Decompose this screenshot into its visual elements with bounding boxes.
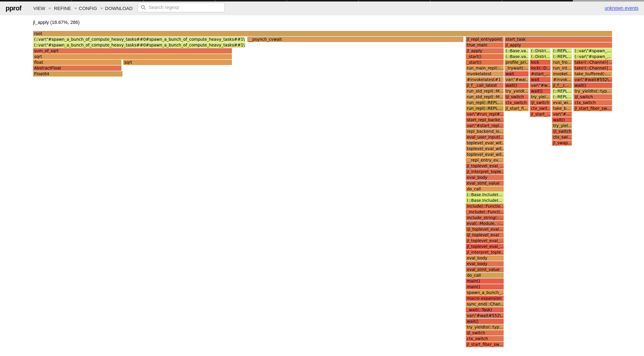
flame-box[interactable]: run_fro... [552,60,572,65]
flame-box[interactable]: (::var\"#spawn_... [574,54,612,59]
flame-box[interactable]: (::Distri... [530,48,550,54]
flame-box[interactable]: repl_backend_lo... [466,129,504,134]
flame-box[interactable]: (::Base.va... [504,54,528,59]
flame-box[interactable]: root [33,31,612,36]
flame-box[interactable]: sum_of_sqrt [33,48,232,54]
flame-box[interactable]: _trywait(:... [504,66,528,71]
flame-box[interactable]: take_buffered(::... [574,71,612,77]
flame-box[interactable]: ctx_swi... [552,135,572,140]
flame-box[interactable]: wait() [530,89,550,94]
flame-box[interactable]: ctx_switch [504,100,528,105]
flame-box[interactable]: jl_apply [504,43,612,48]
flame-box[interactable]: float [33,60,122,65]
flame-box[interactable]: eval_body [466,175,504,180]
flame-box[interactable]: try_yieldto(::typ... [466,324,504,330]
flame-box[interactable]: __repl_entry_ev... [466,158,504,163]
flame-box[interactable]: try_yieldt... [504,89,528,94]
flame-box[interactable]: eval_wi... [552,100,572,105]
flame-box[interactable]: jl_f__call_latest [466,83,504,88]
flame-box[interactable]: _start() [466,54,504,59]
flame-box[interactable]: sqrt [33,54,232,59]
flame-box[interactable]: (::Base.IncludeI... [466,198,504,203]
flame-box[interactable]: run_std_repl(::M... [466,94,504,100]
flame-box[interactable]: ijl_switch [504,94,528,100]
flame-box[interactable]: eval_user_input(... [466,135,504,140]
flame-box[interactable]: jl_toplevel_eval_... [466,163,504,169]
flame-box[interactable]: try_yiel... [552,123,572,128]
flame-box[interactable]: sqrt [123,60,232,65]
flame-box[interactable]: _include(::Functi... [466,209,504,215]
flame-box[interactable]: jl_toplevel_eval_... [466,238,504,243]
flame-box[interactable]: eval_stmt_value [466,181,504,186]
flame-box[interactable]: Float64 [33,71,122,77]
flame-box[interactable]: ijl_switch [574,94,612,100]
flame-box[interactable]: #start_... [530,71,550,77]
flame-box[interactable]: AbstractFloat [33,66,122,71]
flame-box[interactable]: toplevel_eval_wit... [466,146,504,151]
flame-box[interactable]: ctx_switch [574,100,612,105]
flame-box[interactable]: start_repl_backe... [466,117,504,123]
flame-box[interactable]: eval_stmt_value [466,267,504,272]
flame-box[interactable]: eval_body [466,261,504,266]
flame-box[interactable]: take!(::Channel{... [574,66,612,71]
flame-box[interactable]: main() [466,278,504,284]
flame-box[interactable]: try_yiel... [530,94,550,100]
flame-box[interactable]: var\"#wait#552\... [466,313,504,318]
flame-box[interactable]: wait [504,71,528,77]
flame-box[interactable]: _wait(::Task) [466,307,504,312]
flame-box[interactable]: var\"#run_repl#... [466,112,504,117]
flame-box[interactable]: #invok... [552,77,572,82]
flame-box[interactable]: jl_repl_entrypoint [466,37,504,42]
flame-box[interactable]: jl_f__c... [552,83,572,88]
flame-box[interactable]: try_yieldto(::typ... [574,89,612,94]
flame-box[interactable]: run_main_repl(::... [466,66,504,71]
flame-box[interactable]: spawn_a_bunch_... [466,290,504,295]
flame-box[interactable]: wait() [466,319,504,324]
flame-box[interactable]: ctx_switch [466,336,504,341]
flame-box[interactable]: toplevel_eval_wit... [466,140,504,146]
flame-box[interactable]: include(::Functio... [466,204,504,209]
flame-box[interactable]: (::REPL... [552,54,572,59]
flame-box[interactable]: take_b... [552,106,572,111]
flame-box[interactable]: jl_start_... [530,112,550,117]
flame-box[interactable]: main() [466,284,504,289]
flame-box[interactable]: toplevel_eval_wit... [466,152,504,157]
flame-box[interactable]: wait() [504,83,528,88]
flame-box[interactable]: (::REPL... [552,94,572,100]
flame-box[interactable]: run_std_repl(::M... [466,89,504,94]
flame-box[interactable]: true_main [466,43,504,48]
flame-box[interactable]: profile_pri... [504,60,528,65]
flame-box[interactable]: #invokelatest#1 [466,77,504,82]
flame-box[interactable]: macro expansion [466,296,504,301]
flame-box[interactable]: jl_start_fi... [504,106,528,111]
flame-box[interactable]: var\"#w... [530,83,550,88]
flame-box[interactable]: sync_end(::Chan... [466,301,504,307]
flame-box[interactable]: jl_start_fiber_sw... [574,106,612,111]
flame-box[interactable]: jl_interpret_tople... [466,169,504,174]
flame-box[interactable]: var\"#... [552,112,572,117]
flame-box[interactable]: (::REPL... [552,89,572,94]
flame-box[interactable]: lock [530,60,550,65]
flame-box[interactable]: var\"#start_repl... [466,123,504,128]
flame-box[interactable]: ijl_switch [466,330,504,335]
flame-box[interactable]: ijl_toplevel_eval [466,232,504,238]
flame-box[interactable]: invokel... [552,71,572,77]
flame-box[interactable]: jl_toplevel_eval_... [466,244,504,249]
flame-box[interactable]: start_task [504,37,612,42]
flame-box[interactable]: ijl_switch [552,129,572,134]
flame-box[interactable]: ijl_switch [530,100,550,105]
flame-box[interactable]: run_repl(::REPL.... [466,106,504,111]
flame-box[interactable]: wait [530,77,550,82]
flame-box[interactable]: _start() [466,60,504,65]
flame-box[interactable]: wait() [552,117,572,123]
flame-box[interactable]: do_call [466,186,504,192]
flame-box[interactable]: eval_body [466,255,504,261]
flame-box[interactable]: (::Distri... [530,54,550,59]
flame-box[interactable]: (::var\"#spawn_... [574,48,612,54]
flame-box[interactable]: ijl_toplevel_eval... [466,227,504,232]
flame-box[interactable]: var\"#wai... [504,77,528,82]
flame-box[interactable]: (::Base.va... [504,48,528,54]
flame-box[interactable]: ctx_swit... [530,106,550,111]
flame-box[interactable]: jl_swap... [552,140,572,146]
flame-box[interactable]: __psynch_cvwait [247,37,464,42]
